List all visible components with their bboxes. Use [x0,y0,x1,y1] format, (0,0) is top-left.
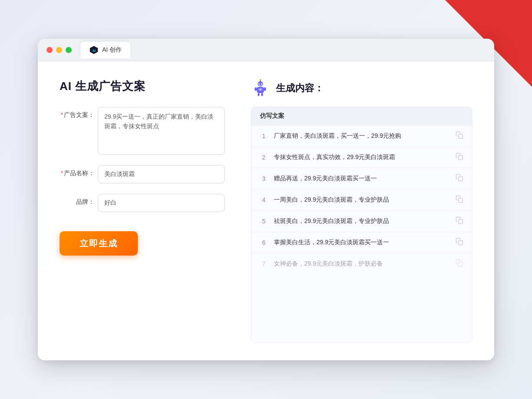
row-text: 祛斑美白，29.9元美白淡斑霜，专业护肤品 [274,217,449,225]
ad-copy-required-star: * [61,111,63,118]
results-list: 1厂家直销，美白淡斑霜，买一送一，29.9元抢购 2专抹女性斑点，真实功效，29… [251,126,472,274]
row-text: 赠品再送，29.9元美白淡斑霜买一送一 [274,175,449,183]
brand-label: 品牌： [60,194,94,206]
svg-point-4 [260,79,261,80]
right-panel: 生成内容： 仿写文案 1厂家直销，美白淡斑霜，买一送一，29.9元抢购 2专抹女… [251,79,472,343]
table-row: 1厂家直销，美白淡斑霜，买一送一，29.9元抢购 [251,126,472,147]
copy-icon[interactable] [456,195,463,205]
svg-rect-18 [459,219,463,224]
svg-point-7 [261,83,263,85]
row-number: 3 [260,175,268,182]
row-text: 一周美白，29.9元美白淡斑霜，专业护肤品 [274,196,449,204]
close-button[interactable] [47,47,53,53]
right-title: 生成内容： [276,82,324,95]
row-number: 6 [260,239,268,246]
table-row: 3赠品再送，29.9元美白淡斑霜买一送一 [251,168,472,190]
svg-text:AI: AI [92,48,95,52]
generate-button[interactable]: 立即生成 [60,231,138,256]
row-text: 女神必备，29.9元美白淡斑霜，护肤必备 [274,260,449,268]
bot-icon [251,79,270,98]
row-number: 7 [260,260,268,267]
copy-icon[interactable] [456,174,463,183]
svg-rect-9 [264,87,266,91]
svg-point-6 [259,83,260,85]
ad-copy-group: *广告文案： [60,107,225,155]
brand-group: 品牌： [60,194,225,212]
row-number: 5 [260,218,268,225]
svg-rect-19 [459,241,463,245]
row-text: 掌握美白生活，29.9元美白淡斑霜买一送一 [274,239,449,246]
table-row: 4一周美白，29.9元美白淡斑霜，专业护肤品 [251,190,472,211]
svg-rect-16 [459,177,463,181]
ad-copy-input[interactable] [98,107,225,155]
title-bar: AI AI 创作 [38,39,494,61]
copy-icon[interactable] [456,259,463,269]
svg-rect-10 [258,93,259,96]
table-row: 5祛斑美白，29.9元美白淡斑霜，专业护肤品 [251,211,472,232]
product-name-input[interactable] [98,165,225,183]
svg-rect-8 [255,87,257,91]
svg-rect-20 [459,262,463,266]
row-number: 4 [260,196,268,203]
browser-window: AI AI 创作 AI 生成广告文案 *广告文案： *产品名称： [38,39,494,360]
tab-label: AI 创作 [102,46,122,54]
product-name-required-star: * [61,170,63,176]
svg-point-13 [259,89,261,90]
copy-icon[interactable] [456,131,463,141]
svg-rect-15 [459,156,463,160]
svg-rect-17 [459,198,463,203]
content-area: AI 生成广告文案 *广告文案： *产品名称： 品牌： 立 [38,61,494,360]
maximize-button[interactable] [66,47,72,53]
product-name-group: *产品名称： [60,165,225,183]
copy-icon[interactable] [456,153,463,162]
table-row: 7女神必备，29.9元美白淡斑霜，护肤必备 [251,253,472,274]
row-text: 厂家直销，美白淡斑霜，买一送一，29.9元抢购 [274,132,449,140]
result-table: 仿写文案 1厂家直销，美白淡斑霜，买一送一，29.9元抢购 2专抹女性斑点，真实… [251,106,472,343]
ad-copy-label: *广告文案： [60,107,94,119]
copy-icon[interactable] [456,216,463,226]
svg-rect-11 [261,93,263,96]
copy-icon[interactable] [456,238,463,247]
svg-rect-14 [459,134,463,139]
table-row: 2专抹女性斑点，真实功效，29.9元美白淡斑霜 [251,147,472,168]
ai-tab[interactable]: AI AI 创作 [80,42,130,58]
brand-input[interactable] [98,194,225,212]
product-name-label: *产品名称： [60,165,94,177]
row-number: 2 [260,154,268,161]
left-panel: AI 生成广告文案 *广告文案： *产品名称： 品牌： 立 [60,79,225,343]
ai-tab-icon: AI [89,45,99,55]
traffic-lights [47,47,72,53]
minimize-button[interactable] [56,47,62,53]
table-header: 仿写文案 [251,107,472,126]
row-text: 专抹女性斑点，真实功效，29.9元美白淡斑霜 [274,153,449,161]
table-row: 6掌握美白生活，29.9元美白淡斑霜买一送一 [251,232,472,253]
page-title: AI 生成广告文案 [60,79,225,94]
right-header: 生成内容： [251,79,472,98]
row-number: 1 [260,133,268,140]
